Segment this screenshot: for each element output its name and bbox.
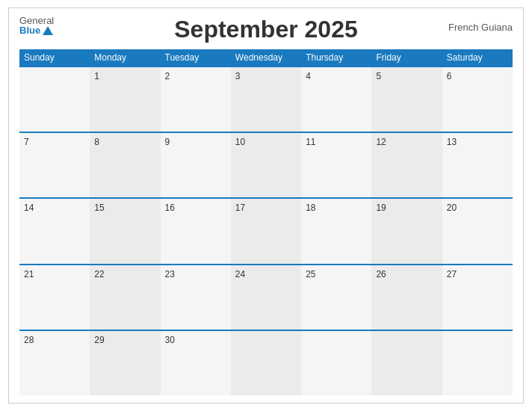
day-cell: 30	[161, 331, 231, 395]
calendar-title: September 2025	[174, 16, 357, 43]
day-number: 8	[94, 137, 99, 147]
day-cell: 1	[90, 67, 160, 132]
day-number: 16	[165, 203, 175, 213]
country-label: French Guiana	[448, 22, 513, 33]
calendar-header: General Blue September 2025 French Guian…	[19, 16, 513, 43]
day-cell: 2	[161, 67, 231, 132]
day-cell: 8	[90, 133, 160, 197]
day-number: 25	[306, 269, 315, 279]
day-number: 17	[235, 203, 245, 213]
week-row-4: 21222324252627	[19, 264, 513, 330]
day-number: 27	[447, 269, 457, 279]
day-cell: 22	[90, 265, 160, 330]
day-number: 23	[165, 269, 175, 279]
day-cell: 6	[442, 67, 513, 132]
day-number: 26	[376, 269, 386, 279]
day-cell	[442, 331, 513, 395]
logo-triangle-icon	[43, 26, 53, 35]
day-number: 15	[94, 203, 104, 213]
logo: General Blue	[19, 16, 54, 35]
day-cell: 26	[371, 265, 442, 330]
day-number: 14	[24, 203, 34, 213]
week-row-1: 123456	[19, 66, 513, 132]
day-number: 19	[376, 203, 386, 213]
day-header-tuesday: Tuesday	[161, 49, 231, 66]
day-cell	[231, 331, 301, 395]
day-cell: 3	[231, 67, 301, 132]
weeks-container: 1234567891011121314151617181920212223242…	[19, 66, 513, 395]
day-headers-row: SundayMondayTuesdayWednesdayThursdayFrid…	[19, 49, 513, 66]
week-row-3: 14151617181920	[19, 197, 513, 263]
day-cell	[19, 67, 90, 132]
day-number: 30	[165, 335, 175, 345]
day-number: 1	[94, 71, 99, 81]
day-cell: 4	[301, 67, 371, 132]
day-number: 6	[447, 71, 452, 81]
day-number: 22	[94, 269, 104, 279]
day-number: 10	[235, 137, 245, 147]
day-number: 20	[447, 203, 457, 213]
day-cell: 12	[371, 133, 442, 197]
day-number: 5	[376, 71, 381, 81]
day-number: 21	[24, 269, 34, 279]
day-number: 11	[306, 137, 315, 147]
day-number: 4	[306, 71, 311, 81]
day-cell	[301, 331, 371, 395]
day-cell: 17	[231, 199, 301, 263]
day-cell: 27	[442, 265, 513, 330]
day-cell: 28	[19, 331, 90, 395]
day-cell: 24	[231, 265, 301, 330]
day-cell: 20	[442, 199, 513, 263]
day-cell: 9	[161, 133, 231, 197]
day-cell: 21	[19, 265, 90, 330]
day-header-sunday: Sunday	[19, 49, 90, 66]
day-header-wednesday: Wednesday	[231, 49, 301, 66]
day-cell: 23	[161, 265, 231, 330]
day-cell: 29	[90, 331, 160, 395]
calendar-grid: SundayMondayTuesdayWednesdayThursdayFrid…	[19, 49, 513, 395]
day-number: 24	[235, 269, 245, 279]
day-cell: 11	[301, 133, 371, 197]
day-cell: 16	[161, 199, 231, 263]
day-number: 3	[235, 71, 241, 81]
day-cell: 14	[19, 199, 90, 263]
logo-blue-text: Blue	[19, 25, 54, 35]
day-number: 12	[376, 137, 386, 147]
day-cell: 10	[231, 133, 301, 197]
day-header-friday: Friday	[371, 49, 442, 66]
day-number: 9	[165, 137, 170, 147]
day-number: 18	[306, 203, 315, 213]
week-row-2: 78910111213	[19, 132, 513, 197]
calendar-container: General Blue September 2025 French Guian…	[8, 7, 524, 404]
day-cell: 18	[301, 199, 371, 263]
day-number: 2	[165, 71, 170, 81]
day-header-saturday: Saturday	[442, 49, 513, 66]
day-cell: 13	[442, 133, 513, 197]
day-cell: 19	[371, 199, 442, 263]
day-header-monday: Monday	[90, 49, 160, 66]
day-cell: 7	[19, 133, 90, 197]
day-cell	[371, 331, 442, 395]
day-number: 28	[24, 335, 34, 345]
week-row-5: 282930	[19, 330, 513, 395]
day-number: 13	[447, 137, 457, 147]
day-cell: 15	[90, 199, 160, 263]
day-cell: 25	[301, 265, 371, 330]
day-number: 7	[24, 137, 29, 147]
day-cell: 5	[371, 67, 442, 132]
day-header-thursday: Thursday	[301, 49, 371, 66]
day-number: 29	[94, 335, 104, 345]
